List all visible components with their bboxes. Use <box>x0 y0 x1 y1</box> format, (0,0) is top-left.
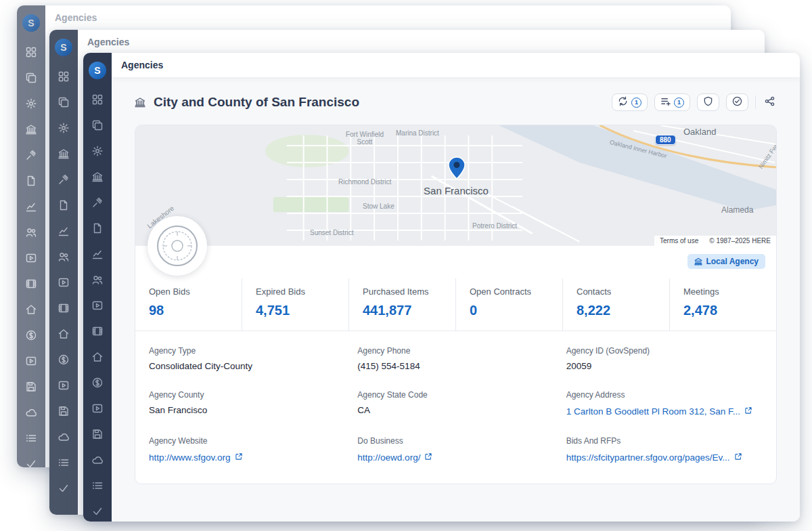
media-icon[interactable] <box>58 277 69 288</box>
field-do-business: Do Businesshttp://oewd.org/ <box>357 436 554 463</box>
field-label: Agency Phone <box>357 346 554 356</box>
map-label: Oakland <box>683 127 716 137</box>
media-icon[interactable] <box>26 253 37 263</box>
sidebar-nav <box>58 71 69 494</box>
map-label: Alameda <box>721 205 753 215</box>
cloud-icon[interactable] <box>26 407 37 418</box>
analytics-icon[interactable] <box>58 226 69 236</box>
window-front: S Agencies City and County of San Franci… <box>83 53 800 522</box>
dashboard-icon[interactable] <box>92 94 103 105</box>
bids-icon[interactable] <box>58 174 69 185</box>
field-link[interactable]: http://oewd.org/ <box>357 452 432 463</box>
video-library-icon[interactable] <box>26 278 37 289</box>
queue-add-icon <box>660 96 671 108</box>
tasks-icon[interactable] <box>92 480 103 491</box>
agencies-icon[interactable] <box>92 171 103 182</box>
page-header: City and County of San Francisco 11 <box>135 93 777 111</box>
refresh-button[interactable]: 1 <box>612 93 648 111</box>
tasks-icon[interactable] <box>58 457 69 468</box>
topbar: Agencies <box>112 53 800 77</box>
saved-icon[interactable] <box>58 406 69 417</box>
field-agency-phone: Agency Phone(415) 554-5184 <box>357 346 554 371</box>
tasks-icon[interactable] <box>26 433 37 444</box>
topbar: Agencies <box>78 30 765 54</box>
stat-expired-bids: Expired Bids4,751 <box>242 278 348 331</box>
topbar-title: Agencies <box>55 12 97 23</box>
saved-icon[interactable] <box>26 381 37 392</box>
field-value: San Francisco <box>149 405 345 415</box>
contacts-icon[interactable] <box>58 251 69 262</box>
external-link-icon <box>235 452 243 463</box>
map-label: Fort Winfield Scott <box>331 131 399 146</box>
playlists-icon[interactable] <box>26 356 37 366</box>
terms-of-use-link[interactable]: Terms of use <box>660 237 698 245</box>
approvals-icon[interactable] <box>26 459 37 467</box>
saved-icon[interactable] <box>92 429 103 440</box>
agencies-icon[interactable] <box>26 124 37 135</box>
contacts-icon[interactable] <box>92 274 103 285</box>
bids-icon[interactable] <box>26 150 37 161</box>
map-label: Marina District <box>396 129 439 137</box>
cloud-icon[interactable] <box>58 431 69 442</box>
projects-icon[interactable] <box>58 328 69 339</box>
app-logo[interactable]: S <box>22 14 40 32</box>
analytics-icon[interactable] <box>92 249 103 259</box>
shield-icon <box>703 96 713 108</box>
stat-label: Purchased Items <box>363 286 450 297</box>
spending-icon[interactable] <box>26 330 37 341</box>
playlists-icon[interactable] <box>92 403 103 414</box>
field-agency-state-code: Agency State CodeCA <box>357 390 554 417</box>
agency-seal <box>148 216 207 276</box>
media-icon[interactable] <box>92 300 103 311</box>
settings-icon[interactable] <box>58 123 69 133</box>
agencies-icon[interactable] <box>58 148 69 159</box>
field-link[interactable]: http://www.sfgov.org <box>149 452 243 463</box>
dashboard-icon[interactable] <box>26 47 37 58</box>
field-bids-and-rfps: Bids And RFPshttps://sfcitypartner.sfgov… <box>566 436 763 463</box>
field-agency-type: Agency TypeConsolidated City-County <box>149 346 345 371</box>
spending-icon[interactable] <box>58 354 69 365</box>
check-circle-button[interactable] <box>726 93 748 111</box>
highway-shield: 880 <box>655 135 676 145</box>
dashboard-icon[interactable] <box>58 71 69 82</box>
queue-add-button[interactable]: 1 <box>654 93 690 111</box>
field-agency-id-govspend-: Agency ID (GovSpend)20059 <box>566 346 763 371</box>
map-pin-icon[interactable] <box>448 156 466 182</box>
analytics-icon[interactable] <box>26 201 37 212</box>
pages-icon[interactable] <box>58 97 69 108</box>
documents-icon[interactable] <box>92 223 103 234</box>
playlists-icon[interactable] <box>58 380 69 391</box>
stat-label: Expired Bids <box>256 286 343 297</box>
settings-icon[interactable] <box>92 146 103 156</box>
pages-icon[interactable] <box>92 120 103 131</box>
approvals-icon[interactable] <box>58 483 69 494</box>
video-library-icon[interactable] <box>58 303 69 314</box>
documents-icon[interactable] <box>26 175 37 186</box>
stat-label: Open Bids <box>149 286 236 297</box>
approvals-icon[interactable] <box>92 506 103 517</box>
settings-icon[interactable] <box>26 98 37 109</box>
stat-value: 98 <box>149 303 236 318</box>
cloud-icon[interactable] <box>92 454 103 465</box>
external-link-icon <box>424 452 432 463</box>
stat-open-bids: Open Bids98 <box>135 278 242 331</box>
bids-icon[interactable] <box>92 197 103 208</box>
documents-icon[interactable] <box>58 200 69 211</box>
projects-icon[interactable] <box>92 352 103 362</box>
stat-meetings: Meetings2,478 <box>669 278 776 331</box>
map[interactable]: Fort Winfield Scott Marina District Rich… <box>135 125 776 246</box>
stat-value: 441,877 <box>363 303 450 318</box>
share-button[interactable] <box>763 93 777 111</box>
contacts-icon[interactable] <box>26 227 37 238</box>
stat-label: Open Contracts <box>470 286 557 297</box>
city-label: San Francisco <box>402 185 510 196</box>
app-logo[interactable]: S <box>89 62 106 79</box>
shield-button[interactable] <box>697 93 719 111</box>
projects-icon[interactable] <box>26 304 37 315</box>
spending-icon[interactable] <box>92 377 103 388</box>
app-logo[interactable]: S <box>55 39 72 56</box>
pages-icon[interactable] <box>26 72 37 83</box>
field-link[interactable]: 1 Carlton B Goodlett Pl Room 312, San F.… <box>566 406 752 417</box>
video-library-icon[interactable] <box>92 326 103 337</box>
field-link[interactable]: https://sfcitypartner.sfgov.org/pages/Ev… <box>566 452 742 463</box>
